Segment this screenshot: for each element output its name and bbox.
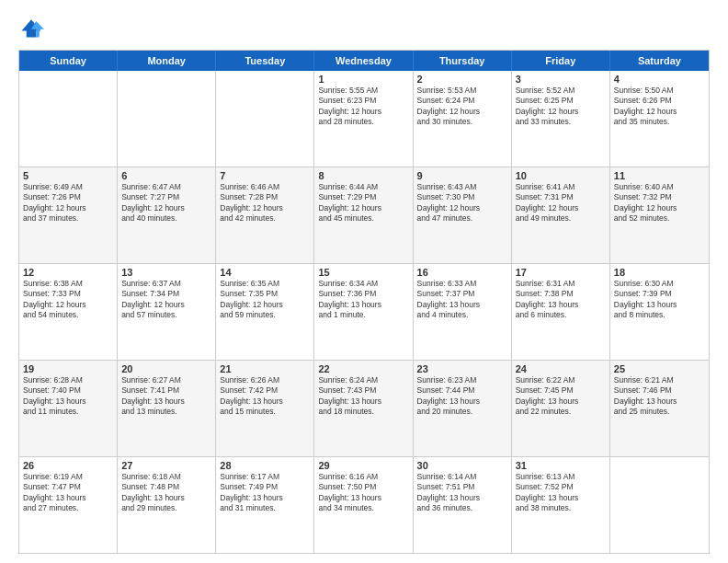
calendar-cell: 11Sunrise: 6:40 AM Sunset: 7:32 PM Dayli… [610,167,709,263]
header-day-tuesday: Tuesday [216,51,314,71]
calendar-cell: 26Sunrise: 6:19 AM Sunset: 7:47 PM Dayli… [19,457,118,553]
cell-info: Sunrise: 5:55 AM Sunset: 6:23 PM Dayligh… [318,86,408,128]
calendar-cell: 5Sunrise: 6:49 AM Sunset: 7:26 PM Daylig… [19,167,118,263]
header [18,15,710,40]
header-day-wednesday: Wednesday [314,51,413,71]
calendar-row: 19Sunrise: 6:28 AM Sunset: 7:40 PM Dayli… [19,360,709,456]
cell-info: Sunrise: 6:46 AM Sunset: 7:28 PM Dayligh… [220,182,310,224]
day-number: 3 [516,74,606,85]
day-number: 24 [516,363,606,374]
cell-info: Sunrise: 6:49 AM Sunset: 7:26 PM Dayligh… [23,182,113,224]
calendar-cell: 12Sunrise: 6:38 AM Sunset: 7:33 PM Dayli… [19,264,118,360]
calendar-cell: 25Sunrise: 6:21 AM Sunset: 7:46 PM Dayli… [610,361,709,456]
day-number: 21 [220,363,310,374]
calendar: SundayMondayTuesdayWednesdayThursdayFrid… [18,50,710,554]
calendar-cell: 27Sunrise: 6:18 AM Sunset: 7:48 PM Dayli… [118,457,216,553]
day-number: 12 [23,267,113,278]
day-number: 11 [614,170,705,181]
cell-info: Sunrise: 6:18 AM Sunset: 7:48 PM Dayligh… [121,472,211,514]
calendar-cell: 1Sunrise: 5:55 AM Sunset: 6:23 PM Daylig… [314,71,413,167]
calendar-cell: 13Sunrise: 6:37 AM Sunset: 7:34 PM Dayli… [118,264,216,360]
header-day-thursday: Thursday [414,51,512,71]
cell-info: Sunrise: 6:30 AM Sunset: 7:39 PM Dayligh… [614,279,705,321]
calendar-cell: 15Sunrise: 6:34 AM Sunset: 7:36 PM Dayli… [314,264,413,360]
day-number: 13 [121,267,211,278]
day-number: 26 [23,460,113,471]
cell-info: Sunrise: 6:31 AM Sunset: 7:38 PM Dayligh… [516,279,606,321]
day-number: 5 [23,170,113,181]
page: SundayMondayTuesdayWednesdayThursdayFrid… [0,0,728,563]
cell-info: Sunrise: 6:27 AM Sunset: 7:41 PM Dayligh… [121,375,211,418]
cell-info: Sunrise: 5:50 AM Sunset: 6:26 PM Dayligh… [614,86,705,128]
cell-info: Sunrise: 6:38 AM Sunset: 7:33 PM Dayligh… [23,279,113,321]
calendar-cell: 9Sunrise: 6:43 AM Sunset: 7:30 PM Daylig… [414,167,512,263]
cell-info: Sunrise: 6:47 AM Sunset: 7:27 PM Dayligh… [121,182,211,224]
calendar-cell: 3Sunrise: 5:52 AM Sunset: 6:25 PM Daylig… [512,71,610,167]
day-number: 31 [516,460,606,471]
calendar-row: 12Sunrise: 6:38 AM Sunset: 7:33 PM Dayli… [19,263,709,360]
day-number: 17 [516,267,606,278]
day-number: 9 [417,170,507,181]
calendar-cell: 16Sunrise: 6:33 AM Sunset: 7:37 PM Dayli… [414,264,512,360]
calendar-cell: 6Sunrise: 6:47 AM Sunset: 7:27 PM Daylig… [118,167,216,263]
day-number: 14 [220,267,310,278]
cell-info: Sunrise: 6:37 AM Sunset: 7:34 PM Dayligh… [121,279,211,321]
calendar-row: 26Sunrise: 6:19 AM Sunset: 7:47 PM Dayli… [19,456,709,553]
day-number: 20 [121,363,211,374]
cell-info: Sunrise: 6:44 AM Sunset: 7:29 PM Dayligh… [318,182,408,224]
day-number: 27 [121,460,211,471]
cell-info: Sunrise: 5:53 AM Sunset: 6:24 PM Dayligh… [417,86,507,128]
calendar-cell [610,457,709,553]
calendar-cell: 28Sunrise: 6:17 AM Sunset: 7:49 PM Dayli… [216,457,314,553]
cell-info: Sunrise: 6:17 AM Sunset: 7:49 PM Dayligh… [220,472,310,514]
calendar-cell: 18Sunrise: 6:30 AM Sunset: 7:39 PM Dayli… [610,264,709,360]
cell-info: Sunrise: 6:40 AM Sunset: 7:32 PM Dayligh… [614,182,705,224]
logo-icon [18,15,44,40]
calendar-cell: 30Sunrise: 6:14 AM Sunset: 7:51 PM Dayli… [414,457,512,553]
calendar-cell: 23Sunrise: 6:23 AM Sunset: 7:44 PM Dayli… [414,361,512,456]
header-day-monday: Monday [118,51,216,71]
cell-info: Sunrise: 5:52 AM Sunset: 6:25 PM Dayligh… [516,86,606,128]
day-number: 1 [318,74,408,85]
header-day-sunday: Sunday [19,51,118,71]
cell-info: Sunrise: 6:14 AM Sunset: 7:51 PM Dayligh… [417,472,507,514]
cell-info: Sunrise: 6:23 AM Sunset: 7:44 PM Dayligh… [417,375,507,418]
calendar-cell [216,71,314,167]
calendar-body: 1Sunrise: 5:55 AM Sunset: 6:23 PM Daylig… [19,71,709,553]
header-day-friday: Friday [512,51,610,71]
calendar-cell: 4Sunrise: 5:50 AM Sunset: 6:26 PM Daylig… [610,71,709,167]
cell-info: Sunrise: 6:21 AM Sunset: 7:46 PM Dayligh… [614,375,705,418]
day-number: 16 [417,267,507,278]
calendar-cell: 31Sunrise: 6:13 AM Sunset: 7:52 PM Dayli… [512,457,610,553]
header-day-saturday: Saturday [610,51,709,71]
cell-info: Sunrise: 6:13 AM Sunset: 7:52 PM Dayligh… [516,472,606,514]
day-number: 30 [417,460,507,471]
day-number: 25 [614,363,705,374]
day-number: 4 [614,74,705,85]
day-number: 22 [318,363,408,374]
calendar-cell: 10Sunrise: 6:41 AM Sunset: 7:31 PM Dayli… [512,167,610,263]
calendar-cell [118,71,216,167]
calendar-cell: 29Sunrise: 6:16 AM Sunset: 7:50 PM Dayli… [314,457,413,553]
day-number: 8 [318,170,408,181]
cell-info: Sunrise: 6:26 AM Sunset: 7:42 PM Dayligh… [220,375,310,418]
day-number: 6 [121,170,211,181]
cell-info: Sunrise: 6:35 AM Sunset: 7:35 PM Dayligh… [220,279,310,321]
day-number: 10 [516,170,606,181]
day-number: 19 [23,363,113,374]
cell-info: Sunrise: 6:22 AM Sunset: 7:45 PM Dayligh… [516,375,606,418]
calendar-cell [19,71,118,167]
cell-info: Sunrise: 6:33 AM Sunset: 7:37 PM Dayligh… [417,279,507,321]
cell-info: Sunrise: 6:16 AM Sunset: 7:50 PM Dayligh… [318,472,408,514]
logo [18,15,46,40]
calendar-row: 1Sunrise: 5:55 AM Sunset: 6:23 PM Daylig… [19,71,709,167]
calendar-row: 5Sunrise: 6:49 AM Sunset: 7:26 PM Daylig… [19,167,709,263]
calendar-cell: 20Sunrise: 6:27 AM Sunset: 7:41 PM Dayli… [118,361,216,456]
cell-info: Sunrise: 6:19 AM Sunset: 7:47 PM Dayligh… [23,472,113,514]
calendar-header: SundayMondayTuesdayWednesdayThursdayFrid… [19,51,709,71]
calendar-cell: 24Sunrise: 6:22 AM Sunset: 7:45 PM Dayli… [512,361,610,456]
day-number: 15 [318,267,408,278]
day-number: 2 [417,74,507,85]
day-number: 23 [417,363,507,374]
cell-info: Sunrise: 6:24 AM Sunset: 7:43 PM Dayligh… [318,375,408,418]
